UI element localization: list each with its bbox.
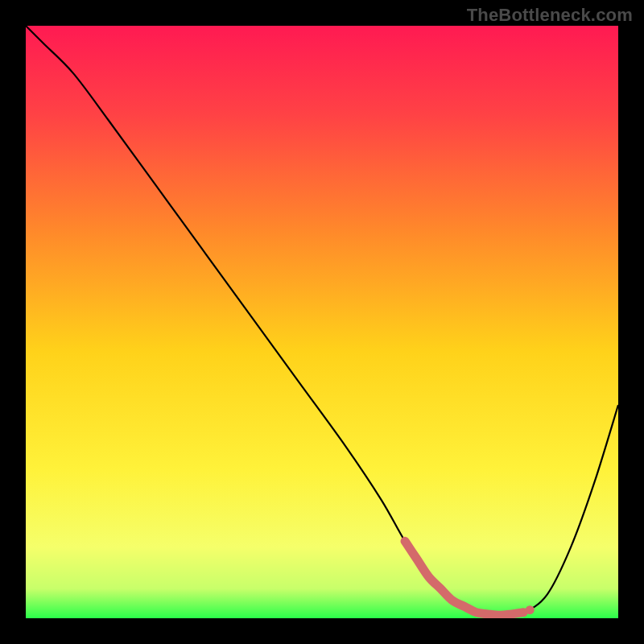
gradient-bg xyxy=(26,26,618,618)
highlight-end-dot xyxy=(526,605,535,614)
chart-svg xyxy=(26,26,618,618)
chart-plot xyxy=(26,26,618,618)
chart-frame: TheBottleneck.com xyxy=(0,0,644,644)
watermark-text: TheBottleneck.com xyxy=(467,5,633,26)
